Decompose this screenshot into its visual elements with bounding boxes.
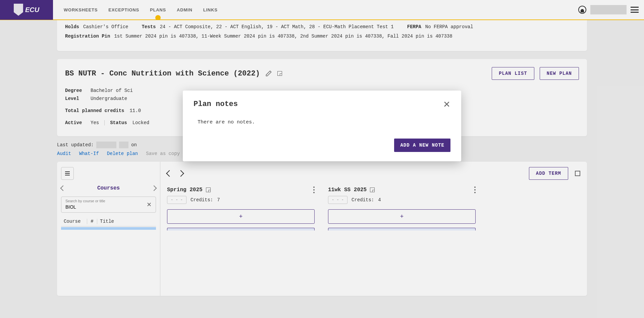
modal-overlay[interactable]: Plan notes ✕ There are no notes. ADD A N…: [0, 0, 644, 318]
modal-title: Plan notes: [194, 100, 238, 108]
add-note-button[interactable]: ADD A NEW NOTE: [394, 139, 450, 152]
modal-body-text: There are no notes.: [194, 119, 450, 125]
modal-close-icon[interactable]: ✕: [443, 100, 450, 109]
plan-notes-modal: Plan notes ✕ There are no notes. ADD A N…: [183, 91, 461, 161]
